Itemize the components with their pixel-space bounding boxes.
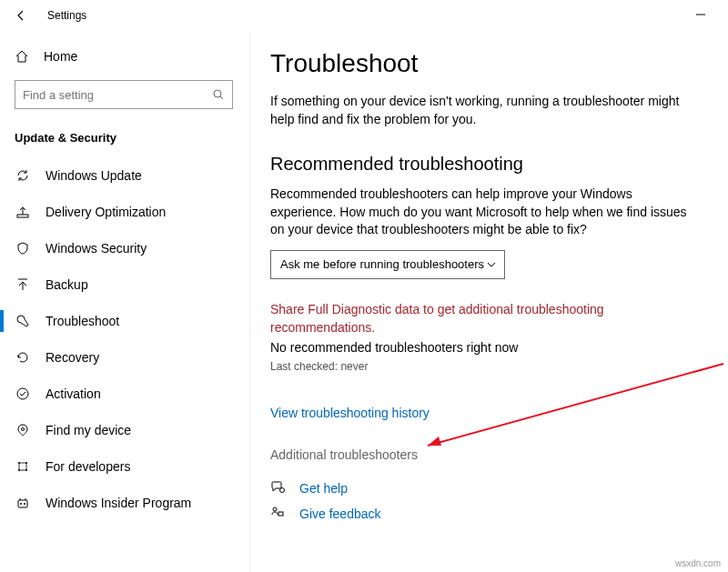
svg-rect-15 — [278, 512, 283, 516]
get-help-row[interactable]: Get help — [270, 480, 692, 497]
sidebar-item-label: Recovery — [46, 350, 99, 365]
sidebar-item-find-my-device[interactable]: Find my device — [15, 412, 249, 448]
sidebar-item-label: Activation — [46, 386, 101, 401]
sidebar-item-windows-security[interactable]: Windows Security — [15, 230, 249, 266]
svg-point-1 — [214, 90, 221, 97]
sidebar-item-label: Backup — [46, 277, 88, 292]
help-icon — [270, 480, 287, 497]
sidebar-item-label: Windows Security — [46, 241, 147, 256]
sync-icon — [15, 167, 31, 184]
main-content: Troubleshoot If something on your device… — [250, 31, 728, 572]
backup-icon — [15, 276, 31, 293]
svg-point-5 — [22, 428, 25, 431]
back-button[interactable] — [9, 4, 33, 27]
search-box[interactable] — [15, 80, 233, 109]
sidebar-item-troubleshoot[interactable]: Troubleshoot — [15, 303, 249, 339]
recommended-heading: Recommended troubleshooting — [270, 154, 692, 175]
sidebar-item-label: Find my device — [46, 423, 131, 437]
get-help-link[interactable]: Get help — [299, 481, 348, 496]
sidebar-item-label: Windows Update — [46, 168, 142, 183]
sidebar-item-label: Windows Insider Program — [46, 496, 191, 510]
sidebar-item-windows-update[interactable]: Windows Update — [15, 157, 249, 194]
sidebar-item-backup[interactable]: Backup — [15, 266, 249, 303]
svg-point-13 — [280, 488, 285, 493]
home-icon — [15, 49, 29, 64]
svg-line-2 — [220, 96, 223, 99]
give-feedback-row[interactable]: Give feedback — [270, 506, 692, 522]
watermark: wsxdn.com — [675, 558, 721, 568]
home-label: Home — [44, 49, 77, 64]
last-checked-text: Last checked: never — [270, 360, 692, 373]
dropdown-value: Ask me before running troubleshooters — [280, 257, 484, 271]
recommended-description: Recommended troubleshooters can help imp… — [270, 186, 692, 239]
sidebar: Home Update & Security Windows Update De… — [0, 31, 250, 572]
window-title: Settings — [47, 9, 86, 22]
shield-icon — [15, 240, 31, 256]
section-label: Update & Security — [15, 131, 249, 145]
svg-rect-3 — [17, 215, 28, 217]
troubleshoot-icon — [15, 313, 31, 329]
svg-point-14 — [273, 507, 277, 511]
diagnostic-data-link[interactable]: Share Full Diagnostic data to get additi… — [270, 301, 692, 336]
view-history-link[interactable]: View troubleshooting history — [270, 406, 692, 420]
sidebar-item-for-developers[interactable]: For developers — [15, 448, 249, 485]
sidebar-item-label: Troubleshoot — [46, 314, 119, 328]
developers-icon — [15, 458, 31, 475]
titlebar: Settings — [0, 0, 728, 31]
search-icon — [212, 88, 225, 101]
svg-point-4 — [17, 388, 28, 399]
sidebar-item-activation[interactable]: Activation — [15, 376, 249, 412]
svg-rect-10 — [18, 500, 27, 507]
page-title: Troubleshoot — [270, 49, 692, 78]
svg-point-12 — [24, 503, 25, 505]
recovery-icon — [15, 349, 31, 366]
svg-point-11 — [20, 503, 22, 505]
feedback-icon — [270, 506, 287, 522]
intro-text: If something on your device isn't workin… — [270, 93, 692, 128]
additional-troubleshooters-heading[interactable]: Additional troubleshooters — [270, 447, 692, 462]
sidebar-item-label: For developers — [46, 459, 130, 474]
give-feedback-link[interactable]: Give feedback — [299, 507, 381, 521]
minimize-button[interactable] — [688, 5, 713, 24]
search-input[interactable] — [23, 88, 212, 102]
insider-icon — [15, 495, 31, 511]
location-icon — [15, 422, 31, 438]
sidebar-item-delivery-optimization[interactable]: Delivery Optimization — [15, 194, 249, 230]
chevron-down-icon — [486, 259, 497, 270]
activation-icon — [15, 386, 31, 402]
no-recommended-text: No recommended troubleshooters right now — [270, 340, 692, 355]
sidebar-item-recovery[interactable]: Recovery — [15, 339, 249, 376]
sidebar-item-label: Delivery Optimization — [46, 205, 166, 219]
optimization-icon — [15, 204, 31, 220]
sidebar-item-windows-insider[interactable]: Windows Insider Program — [15, 485, 249, 521]
troubleshoot-preference-dropdown[interactable]: Ask me before running troubleshooters — [270, 250, 505, 279]
home-nav-item[interactable]: Home — [15, 40, 249, 73]
